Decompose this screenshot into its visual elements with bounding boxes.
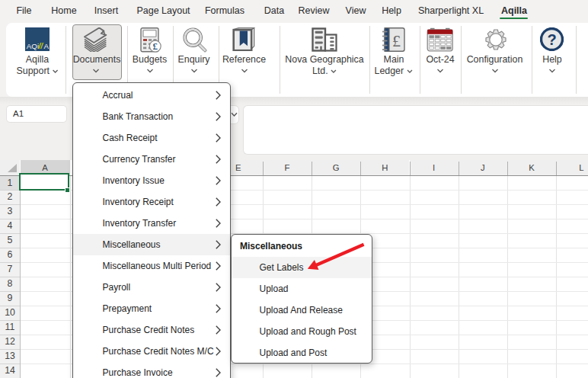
svg-text:?: ?: [547, 31, 556, 48]
svg-text:£: £: [153, 40, 158, 52]
svg-text:A: A: [43, 42, 49, 50]
svg-text://: //: [37, 42, 43, 50]
svg-text:AQi: AQi: [27, 42, 39, 50]
svg-text:£: £: [392, 31, 401, 50]
